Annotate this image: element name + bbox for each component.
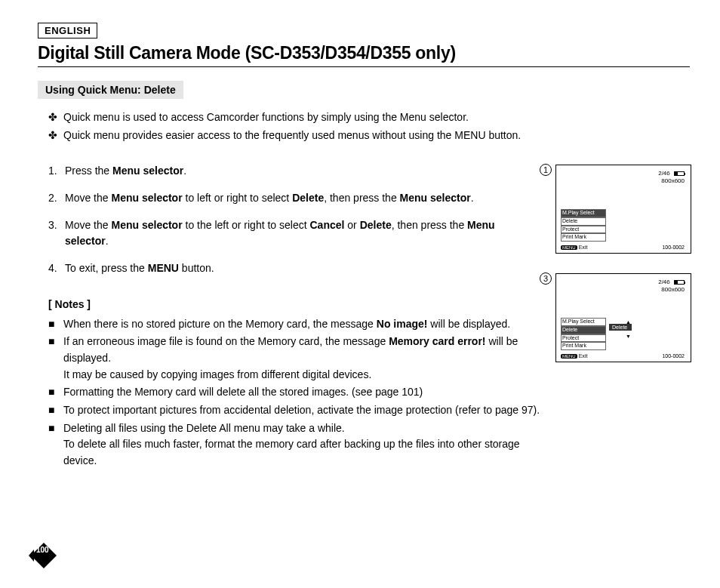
language-box: ENGLISH (38, 23, 97, 38)
image-resolution: 800x600 (658, 286, 685, 294)
section-subheading: Using Quick Menu: Delete (38, 81, 183, 99)
figure-badge: 1 (540, 164, 552, 176)
menu-button-icon: MENU (561, 245, 577, 250)
step-text: Press the Menu selector. (65, 163, 186, 180)
step-number: 2. (48, 190, 65, 207)
menu-item: Delete (561, 217, 606, 226)
file-id: 100-0002 (662, 245, 685, 250)
square-bullet-icon: ■ (48, 316, 63, 333)
maltese-bullet-icon: ✤ (48, 128, 63, 144)
square-bullet-icon: ■ (48, 334, 63, 383)
note-text: Deleting all files using the Delete All … (63, 420, 546, 469)
step-item: 3. Move the Menu selector to the left or… (48, 217, 501, 250)
step-item: 1. Press the Menu selector. (48, 163, 501, 180)
quick-menu: M.Play Select Delete Protect Print Mark (561, 318, 606, 350)
menu-item: Print Mark (561, 342, 606, 350)
step-item: 2. Move the Menu selector to left or rig… (48, 190, 501, 207)
step-text: Move the Menu selector to the left or ri… (65, 217, 501, 250)
figure-1: 1 2/46 800x600 M.Play Select Delete Prot… (555, 165, 691, 254)
menu-item: Protect (561, 334, 606, 343)
battery-icon (674, 280, 685, 285)
note-text: Formatting the Memory card will delete a… (63, 384, 423, 401)
step-text: To exit, press the MENU button. (65, 260, 214, 277)
page-title: Digital Still Camera Mode (SC-D353/D354/… (38, 43, 690, 67)
menu-item: Print Mark (561, 233, 606, 242)
menu-item: M.Play Select (561, 209, 606, 217)
page-number: 100 (36, 546, 49, 554)
feature-item: ✤ Quick menu is used to access Camcorder… (48, 109, 690, 126)
image-counter: 2/46 (658, 170, 670, 177)
image-counter: 2/46 (658, 279, 670, 285)
figure-3: 3 2/46 800x600 M.Play Select Delete Prot… (555, 273, 691, 362)
feature-item: ✤ Quick menu provides easier access to t… (48, 128, 690, 144)
note-text: If an erroneous image file is found on t… (63, 334, 546, 383)
note-item: ■ To protect important pictures from acc… (48, 402, 546, 419)
exit-hint: MENUExit (561, 353, 587, 359)
step-number: 4. (48, 260, 65, 277)
note-item: ■ Deleting all files using the Delete Al… (48, 420, 546, 469)
square-bullet-icon: ■ (48, 402, 63, 419)
step-number: 1. (48, 163, 65, 180)
page-number-badge: 100 (29, 543, 54, 568)
menu-item: Protect (561, 226, 606, 234)
file-id: 100-0002 (662, 353, 685, 359)
figure-status: 2/46 800x600 (658, 170, 685, 186)
figures-column: 1 2/46 800x600 M.Play Select Delete Prot… (540, 165, 691, 382)
figure-status: 2/46 800x600 (658, 279, 685, 294)
exit-hint: MENUExit (561, 245, 587, 250)
menu-button-icon: MENU (561, 354, 577, 359)
step-number: 3. (48, 217, 65, 250)
menu-item: M.Play Select (561, 318, 606, 326)
square-bullet-icon: ■ (48, 384, 63, 401)
square-bullet-icon: ■ (48, 420, 63, 469)
note-item: ■ Formatting the Memory card will delete… (48, 384, 546, 401)
battery-icon (674, 171, 685, 176)
step-text: Move the Menu selector to left or right … (65, 190, 474, 207)
feature-text: Quick menu is used to access Camcorder f… (63, 109, 469, 126)
maltese-bullet-icon: ✤ (48, 109, 63, 126)
feature-list: ✤ Quick menu is used to access Camcorder… (38, 109, 690, 143)
image-resolution: 800x600 (658, 177, 685, 185)
step-item: 4. To exit, press the MENU button. (48, 260, 501, 277)
quick-menu: M.Play Select Delete Protect Print Mark (561, 209, 606, 242)
feature-text: Quick menu provides easier access to the… (63, 128, 521, 144)
menu-item: Delete (561, 326, 606, 334)
submenu-item: Delete (609, 324, 632, 331)
figure-badge: 3 (540, 272, 552, 285)
note-item: ■ When there is no stored picture on the… (48, 316, 546, 333)
note-text: When there is no stored picture on the M… (63, 316, 510, 333)
note-item: ■ If an erroneous image file is found on… (48, 334, 546, 383)
note-text: To protect important pictures from accid… (63, 402, 540, 419)
